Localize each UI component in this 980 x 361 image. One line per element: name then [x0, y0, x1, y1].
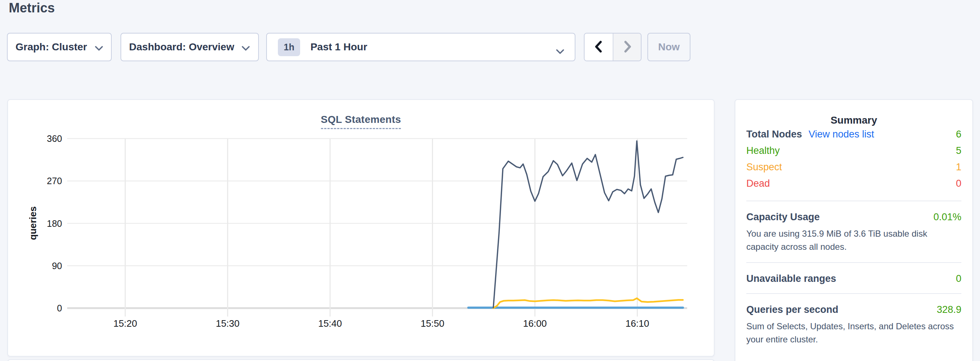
svg-text:16:10: 16:10	[625, 318, 649, 329]
time-window-nav-group	[584, 33, 641, 61]
queries-per-second-value: 328.9	[937, 304, 961, 315]
capacity-usage-label: Capacity Usage	[746, 212, 820, 223]
unavailable-ranges-section: Unavailable ranges 0	[746, 263, 961, 284]
summary-title: Summary	[746, 100, 961, 126]
chart-title[interactable]: SQL Statements	[321, 114, 401, 129]
svg-text:16:00: 16:00	[523, 318, 547, 329]
chevron-down-icon	[556, 45, 565, 57]
capacity-usage-value: 0.01%	[933, 212, 961, 223]
summary-row-total-nodes: Total Nodes View nodes list 6	[746, 126, 961, 142]
svg-text:90: 90	[52, 261, 62, 271]
view-nodes-list-link[interactable]: View nodes list	[809, 129, 875, 140]
y-axis-label: queries	[27, 206, 39, 240]
summary-row-healthy: Healthy 5	[746, 142, 961, 159]
graph-dropdown-label: Graph: Cluster	[15, 41, 87, 53]
chevron-down-icon	[95, 42, 103, 54]
time-window-prev-button[interactable]	[585, 33, 612, 60]
now-button[interactable]: Now	[648, 33, 690, 61]
healthy-label: Healthy	[746, 145, 780, 157]
capacity-usage-description: You are using 315.9 MiB of 3.6 TiB usabl…	[746, 227, 961, 253]
queries-per-second-description: Sum of Selects, Updates, Inserts, and De…	[746, 320, 961, 346]
page-title: Metrics	[9, 0, 55, 17]
next-chart-card	[7, 359, 714, 361]
summary-panel: Summary Total Nodes View nodes list 6 He…	[735, 99, 973, 361]
time-range-label: Past 1 Hour	[310, 41, 368, 53]
time-range-selector[interactable]: 1h Past 1 Hour	[266, 33, 576, 61]
dead-value: 0	[956, 178, 961, 189]
svg-text:270: 270	[47, 176, 62, 186]
summary-row-dead: Dead 0	[746, 176, 961, 192]
now-button-label: Now	[658, 41, 679, 53]
chevron-left-icon	[594, 40, 604, 54]
dead-label: Dead	[746, 178, 770, 189]
svg-text:180: 180	[47, 218, 62, 229]
total-nodes-label: Total Nodes	[746, 129, 802, 140]
queries-per-second-section: Queries per second 328.9 Sum of Selects,…	[746, 294, 961, 346]
capacity-usage-section: Capacity Usage 0.01% You are using 315.9…	[746, 201, 961, 253]
svg-text:0: 0	[57, 303, 62, 313]
svg-text:15:50: 15:50	[421, 318, 444, 329]
chevron-right-icon	[622, 40, 632, 54]
chevron-down-icon	[241, 42, 250, 54]
svg-text:15:20: 15:20	[113, 318, 137, 329]
dashboard-dropdown-label: Dashboard: Overview	[129, 41, 234, 53]
suspect-value: 1	[956, 162, 961, 173]
suspect-label: Suspect	[746, 162, 782, 173]
time-range-badge: 1h	[278, 38, 300, 56]
queries-per-second-label: Queries per second	[746, 304, 838, 315]
graph-dropdown[interactable]: Graph: Cluster	[7, 33, 112, 61]
total-nodes-value: 6	[956, 129, 961, 140]
summary-row-suspect: Suspect 1	[746, 159, 961, 176]
healthy-value: 5	[956, 145, 961, 157]
svg-text:360: 360	[47, 133, 62, 144]
unavailable-ranges-label: Unavailable ranges	[746, 273, 836, 284]
time-window-next-button[interactable]	[612, 33, 641, 60]
svg-text:15:30: 15:30	[216, 318, 240, 329]
unavailable-ranges-value: 0	[956, 273, 961, 284]
sql-statements-chart[interactable]: 09018027036015:2015:3015:4015:5016:0016:…	[8, 100, 714, 356]
sql-statements-chart-card: 09018027036015:2015:3015:4015:5016:0016:…	[7, 99, 714, 356]
dashboard-dropdown[interactable]: Dashboard: Overview	[121, 33, 259, 61]
svg-text:15:40: 15:40	[318, 318, 342, 329]
